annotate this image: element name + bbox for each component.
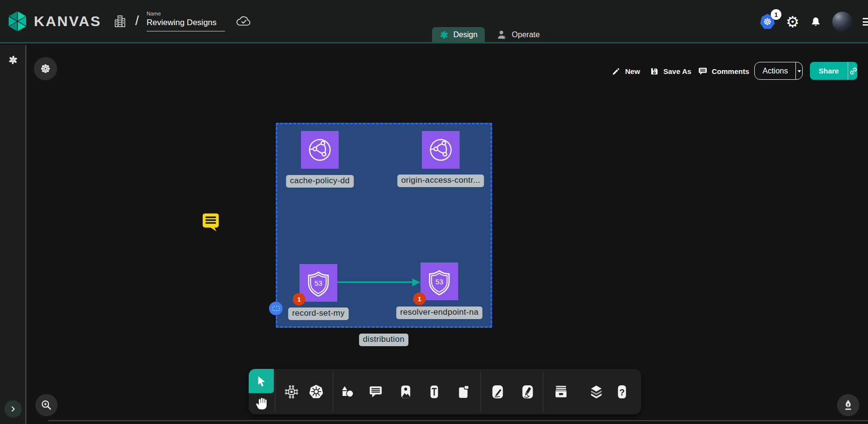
node-label-record-set: record-set-my — [288, 307, 349, 320]
select-tool[interactable] — [249, 369, 274, 393]
chevron-right-icon — [8, 404, 18, 414]
new-button[interactable]: New — [611, 62, 640, 80]
kubernetes-tool[interactable] — [306, 381, 326, 402]
tab-operate-label: Operate — [512, 30, 540, 39]
edge-record-to-resolver[interactable] — [337, 281, 412, 283]
pencil-swirl-icon — [520, 384, 536, 400]
expand-sidebar-button[interactable] — [4, 400, 22, 418]
node-label-resolver-endpoint: resolver-endpoint-na — [396, 307, 482, 319]
app-header: KANVAS — [0, 0, 868, 44]
cloudfront-globe-icon — [304, 134, 336, 166]
circuit-component-icon — [284, 384, 299, 400]
design-name-input[interactable] — [147, 18, 225, 31]
note-tool[interactable] — [453, 381, 474, 402]
toolbar-divider — [275, 371, 275, 412]
save-as-label: Save As — [663, 67, 691, 75]
group-label-distribution: distribution — [359, 334, 408, 346]
node-cache-policy[interactable] — [301, 131, 339, 169]
svg-text:?: ? — [619, 387, 625, 397]
copy-link-button[interactable] — [848, 62, 859, 80]
menu-icon[interactable] — [863, 18, 868, 26]
comment-tool[interactable] — [365, 381, 386, 402]
operate-person-icon — [496, 29, 508, 41]
brand-name: KANVAS — [34, 13, 101, 29]
breadcrumb-separator: / — [135, 14, 139, 29]
kubernetes-context-button[interactable]: ☸ 1 — [759, 13, 776, 30]
node-origin-access[interactable] — [422, 131, 460, 169]
share-label: Share — [810, 67, 848, 75]
pencil-tool[interactable] — [517, 381, 538, 402]
header-right: ☸ 1 ⚙ — [759, 0, 863, 44]
route53-shield-icon — [302, 267, 334, 299]
pan-hand-tool[interactable] — [254, 395, 270, 411]
pen-tool[interactable] — [487, 381, 508, 402]
design-name-label: Name — [147, 11, 225, 16]
zoom-in-icon — [40, 398, 53, 412]
tab-design-label: Design — [453, 30, 478, 39]
actions-caret-button[interactable] — [795, 62, 803, 79]
tab-operate[interactable]: Operate — [489, 27, 547, 42]
comment-tool-icon — [368, 384, 384, 400]
group-selection-handle[interactable] — [269, 302, 283, 315]
component-tool[interactable] — [281, 381, 301, 402]
error-count-badge[interactable]: 1 — [413, 292, 426, 305]
user-avatar[interactable] — [832, 12, 853, 32]
settings-gear-icon[interactable]: ⚙ — [786, 15, 799, 29]
image-tool[interactable] — [395, 381, 416, 402]
cursor-arrow-icon — [255, 374, 268, 388]
comment-bubble-icon — [201, 211, 221, 232]
floppy-save-icon — [649, 66, 659, 76]
drawer-tool[interactable] — [551, 381, 571, 402]
kanvas-app: KANVAS — [0, 0, 868, 424]
comments-button[interactable]: Comments — [698, 62, 749, 80]
meshery-spiral-icon[interactable] — [8, 55, 18, 65]
route53-shield-icon — [423, 265, 455, 297]
question-mark-icon: ? — [614, 384, 630, 400]
toolbar-divider — [543, 371, 543, 412]
actions-label: Actions — [755, 67, 795, 75]
comments-label: Comments — [712, 67, 749, 75]
notifications-bell-icon[interactable] — [809, 15, 822, 29]
organization-button[interactable] — [113, 14, 127, 29]
building-icon — [113, 14, 127, 29]
node-record-set[interactable] — [299, 264, 337, 302]
caret-down-icon — [796, 68, 803, 74]
toolbar-divider — [480, 371, 481, 412]
design-canvas[interactable]: New Save As Comments — [27, 45, 868, 424]
kubernetes-context-count-badge: 1 — [771, 9, 781, 20]
comment-marker[interactable] — [201, 211, 221, 232]
shapes-tool[interactable] — [337, 381, 357, 402]
pen-card-icon — [490, 384, 506, 400]
header-left: KANVAS — [0, 10, 252, 33]
toolbar-divider — [333, 371, 333, 412]
text-icon — [426, 384, 442, 400]
drawer-archive-icon — [553, 384, 569, 400]
kanvas-logo-icon[interactable] — [6, 10, 29, 33]
node-label-cache-policy: cache-policy-dd — [286, 175, 354, 188]
canvas-settings-button[interactable] — [34, 57, 57, 80]
shapes-icon — [339, 384, 355, 400]
error-count-badge[interactable]: 1 — [293, 293, 305, 306]
layers-tool[interactable] — [586, 381, 606, 402]
help-tool[interactable]: ? — [612, 381, 632, 402]
left-sidebar — [0, 45, 26, 424]
comments-icon — [698, 66, 708, 76]
node-resolver-endpoint[interactable] — [420, 263, 458, 300]
save-as-button[interactable]: Save As — [649, 62, 691, 80]
layers-icon — [588, 384, 604, 400]
edge-arrowhead — [412, 278, 420, 286]
pen-mode-button[interactable] — [837, 394, 859, 416]
new-label: New — [625, 67, 640, 75]
node-label-origin-access: origin-access-contr... — [397, 175, 484, 187]
flower-gear-icon — [38, 61, 53, 76]
cloud-saved-icon — [236, 15, 252, 28]
text-tool[interactable] — [424, 381, 444, 402]
share-button[interactable]: Share — [810, 62, 857, 80]
tab-design[interactable]: Design — [432, 27, 485, 42]
kubernetes-wheel-icon — [308, 384, 324, 400]
note-icon — [456, 384, 472, 400]
zoom-in-button[interactable] — [35, 394, 58, 416]
pencil-new-icon — [611, 66, 621, 76]
hand-icon — [254, 396, 269, 410]
actions-dropdown-button[interactable]: Actions — [754, 62, 803, 80]
